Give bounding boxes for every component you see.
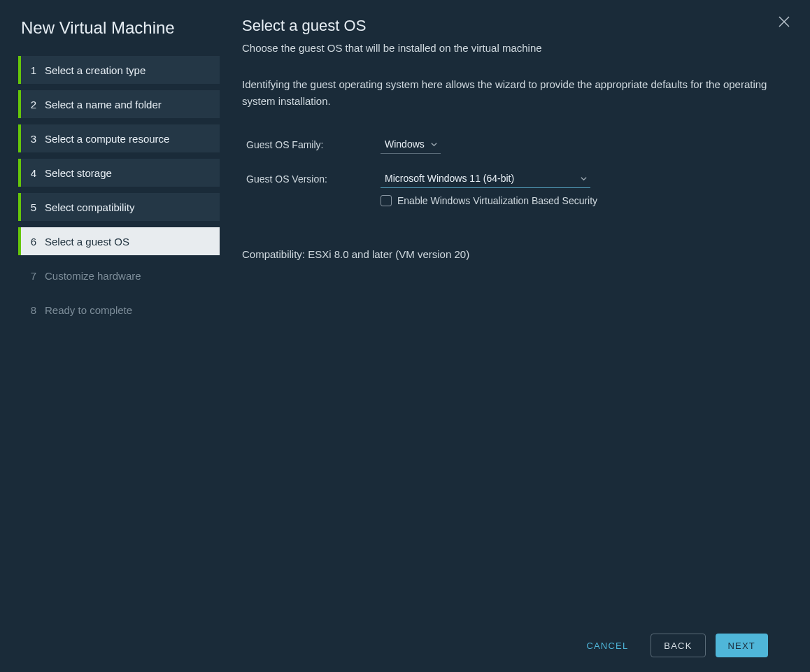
chevron-down-icon	[430, 141, 438, 148]
guest-os-family-row: Guest OS Family: Windows	[246, 136, 785, 154]
step-number: 2	[21, 99, 45, 110]
wizard-footer: CANCEL BACK NEXT	[242, 619, 785, 672]
step-label: Select a guest OS	[45, 236, 129, 248]
wizard-title: New Virtual Machine	[0, 13, 221, 56]
step-label: Customize hardware	[45, 270, 141, 282]
step-label: Select a creation type	[45, 64, 145, 76]
wizard-steps: 1 Select a creation type 2 Select a name…	[0, 56, 221, 324]
step-number: 7	[21, 270, 45, 282]
step-number: 3	[21, 133, 45, 145]
guest-os-version-label: Guest OS Version:	[246, 171, 381, 185]
enable-vbs-checkbox[interactable]: Enable Windows Virtualization Based Secu…	[381, 195, 785, 206]
cancel-button[interactable]: CANCEL	[574, 634, 641, 657]
new-vm-wizard-dialog: New Virtual Machine 1 Select a creation …	[0, 0, 810, 672]
page-title: Select a guest OS	[242, 17, 785, 35]
step-number: 5	[21, 201, 45, 213]
step-label: Select a compute resource	[45, 133, 169, 145]
step-label: Select storage	[45, 167, 112, 179]
step-number: 4	[21, 167, 45, 179]
step-label: Select compatibility	[45, 201, 134, 213]
compatibility-text: Compatibility: ESXi 8.0 and later (VM ve…	[242, 248, 785, 260]
page-subtitle: Choose the guest OS that will be install…	[242, 42, 785, 54]
close-icon	[778, 15, 790, 28]
step-creation-type[interactable]: 1 Select a creation type	[18, 56, 220, 84]
guest-os-version-row: Guest OS Version: Microsoft Windows 11 (…	[246, 171, 785, 206]
next-button[interactable]: NEXT	[716, 634, 768, 657]
enable-vbs-label: Enable Windows Virtualization Based Secu…	[397, 195, 597, 206]
close-button[interactable]	[778, 15, 795, 32]
step-ready-complete: 8 Ready to complete	[18, 296, 220, 324]
chevron-down-icon	[580, 175, 588, 183]
step-number: 6	[21, 236, 45, 248]
step-name-folder[interactable]: 2 Select a name and folder	[18, 90, 220, 118]
guest-os-family-label: Guest OS Family:	[246, 136, 381, 150]
step-label: Ready to complete	[45, 304, 132, 316]
guest-os-family-value: Windows	[385, 138, 425, 150]
step-compatibility[interactable]: 5 Select compatibility	[18, 193, 220, 221]
wizard-sidebar: New Virtual Machine 1 Select a creation …	[0, 0, 221, 672]
checkbox-icon	[381, 195, 392, 206]
wizard-main-panel: Select a guest OS Choose the guest OS th…	[221, 0, 810, 672]
step-guest-os[interactable]: 6 Select a guest OS	[18, 227, 220, 255]
step-number: 1	[21, 64, 45, 76]
guest-os-version-select[interactable]: Microsoft Windows 11 (64-bit)	[381, 171, 590, 188]
back-button[interactable]: BACK	[651, 634, 705, 657]
step-storage[interactable]: 4 Select storage	[18, 159, 220, 187]
step-number: 8	[21, 304, 45, 316]
step-compute-resource[interactable]: 3 Select a compute resource	[18, 124, 220, 152]
step-customize-hardware: 7 Customize hardware	[18, 262, 220, 289]
guest-os-version-value: Microsoft Windows 11 (64-bit)	[385, 173, 514, 184]
page-description: Identifying the guest operating system h…	[242, 76, 785, 110]
step-label: Select a name and folder	[45, 99, 162, 110]
guest-os-family-select[interactable]: Windows	[381, 136, 441, 154]
